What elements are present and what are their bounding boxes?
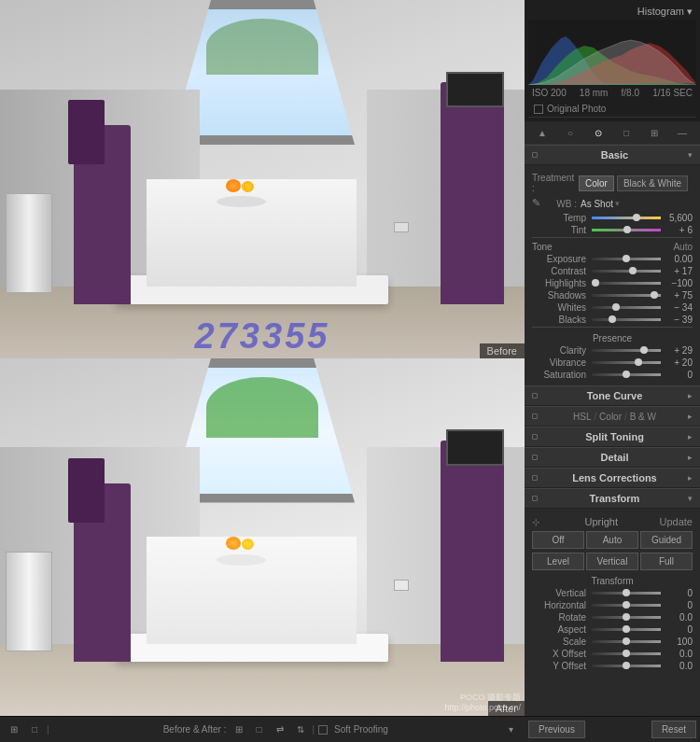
eyedropper-icon[interactable]: ✎ — [532, 197, 545, 210]
before-after-icon-1[interactable]: ⊞ — [231, 721, 247, 738]
original-photo-checkbox[interactable] — [534, 105, 543, 114]
upright-auto-btn[interactable]: Auto — [586, 531, 638, 549]
xoffset-thumb[interactable] — [623, 650, 630, 657]
tone-curve-header[interactable]: Tone Curve ▸ — [525, 385, 700, 406]
presence-header: Presence — [532, 333, 693, 343]
upright-off-btn[interactable]: Off — [532, 531, 584, 549]
yoffset-slider-row: Y Offset 0.0 — [532, 661, 693, 671]
split-toning-header[interactable]: Split Toning ▸ — [525, 427, 700, 447]
lens-corrections-header[interactable]: Lens Corrections ▸ — [525, 468, 700, 488]
before-after-icon-4[interactable]: ⇅ — [292, 721, 309, 738]
reset-btn[interactable]: Reset — [651, 721, 696, 738]
tint-slider-track[interactable] — [592, 229, 661, 231]
shadows-track[interactable] — [592, 294, 661, 297]
before-after-label: Before & After : — [163, 724, 227, 735]
upright-full-btn[interactable]: Full — [640, 553, 693, 570]
previous-btn[interactable]: Previous — [528, 721, 585, 738]
transform-header[interactable]: Transform ▾ — [525, 488, 700, 509]
yoffset-track[interactable] — [592, 665, 661, 667]
temp-slider-thumb[interactable] — [633, 214, 640, 221]
aspect-track[interactable] — [592, 628, 661, 631]
bottom-icon-1[interactable]: ⊞ — [6, 721, 22, 738]
histogram-title: Histogram ▾ — [528, 4, 696, 20]
bottom-icon-2[interactable]: □ — [26, 721, 43, 738]
tool-grid-icon[interactable]: ⊞ — [645, 125, 664, 140]
hsl-section-header[interactable]: HSL / Color / B & W ▸ — [525, 406, 700, 427]
before-after-icon-2[interactable]: □ — [251, 721, 268, 738]
saturation-label: Saturation — [532, 370, 586, 380]
upright-buttons-row1: Off Auto Guided — [532, 531, 693, 549]
wb-arrow[interactable]: ▾ — [615, 199, 620, 208]
highlights-thumb[interactable] — [592, 279, 599, 287]
exposure-thumb[interactable] — [623, 255, 630, 262]
saturation-track[interactable] — [592, 373, 661, 376]
vertical-label: Vertical — [532, 588, 586, 598]
bottom-right-icon[interactable]: ▾ — [502, 721, 519, 738]
bw-label[interactable]: B & W — [630, 412, 656, 422]
upright-guided-btn[interactable]: Guided — [640, 531, 693, 549]
bw-btn[interactable]: Black & White — [617, 175, 688, 191]
color-label[interactable]: Color — [599, 412, 622, 422]
before-after-icon-3[interactable]: ⇄ — [272, 721, 288, 738]
horizontal-thumb[interactable] — [623, 601, 630, 609]
vertical-thumb[interactable] — [623, 589, 630, 596]
aspect-value: 0 — [663, 624, 693, 635]
scale-thumb[interactable] — [623, 637, 630, 645]
rotate-thumb[interactable] — [623, 613, 630, 621]
photo-after: After POCO 摄影专题 http://photo.poco.cn/ — [0, 358, 525, 717]
upright-level-btn[interactable]: Level — [532, 553, 584, 570]
hsl-label[interactable]: HSL — [573, 412, 591, 422]
transform-dot — [532, 496, 538, 501]
highlights-track[interactable] — [592, 282, 661, 285]
scale-track[interactable] — [592, 640, 661, 643]
exposure-track[interactable] — [592, 258, 661, 260]
hsl-row-labels: HSL / Color / B & W — [541, 411, 688, 422]
aspect-thumb[interactable] — [623, 625, 630, 633]
shadows-thumb[interactable] — [651, 291, 658, 299]
saturation-thumb[interactable] — [623, 371, 630, 378]
temp-value: 5,600 — [663, 213, 693, 223]
contrast-thumb[interactable] — [629, 267, 637, 274]
vibrance-thumb[interactable] — [635, 358, 642, 366]
xoffset-label: X Offset — [532, 649, 586, 659]
xoffset-track[interactable] — [592, 652, 661, 655]
transform-arrow: ▾ — [688, 494, 693, 503]
tone-auto-btn[interactable]: Auto — [673, 242, 693, 252]
vertical-track[interactable] — [592, 592, 661, 595]
tool-circle-icon[interactable]: ○ — [561, 125, 580, 140]
split-toning-arrow: ▸ — [688, 432, 693, 441]
clarity-thumb[interactable] — [640, 346, 648, 354]
upright-vertical-btn[interactable]: Vertical — [586, 553, 638, 570]
tool-target-icon[interactable]: ⊙ — [589, 125, 608, 140]
original-photo-row: Original Photo — [528, 101, 696, 118]
basic-section-header[interactable]: Basic ▾ — [525, 145, 700, 165]
tool-minus-icon[interactable]: — — [673, 125, 692, 140]
whites-track[interactable] — [592, 306, 661, 309]
detail-header[interactable]: Detail ▸ — [525, 447, 700, 468]
split-toning-dot — [532, 434, 538, 440]
blacks-thumb[interactable] — [609, 315, 616, 323]
tool-square-icon[interactable]: □ — [617, 125, 636, 140]
whites-thumb[interactable] — [612, 303, 620, 311]
highlights-slider-row: Highlights −100 — [532, 278, 693, 288]
shadows-value: + 75 — [663, 290, 693, 301]
clarity-track[interactable] — [592, 349, 661, 352]
temp-slider-track[interactable] — [592, 217, 661, 219]
rotate-track[interactable] — [592, 616, 661, 619]
photo-container: Before 273355 — [0, 0, 525, 716]
poco-watermark: POCO 摄影专题 http://photo.poco.cn/ — [444, 693, 521, 714]
soft-proof-checkbox[interactable] — [318, 725, 328, 735]
tint-slider-thumb[interactable] — [623, 226, 631, 233]
tool-expand-icon[interactable]: ▲ — [533, 125, 552, 140]
horizontal-value: 0 — [663, 600, 693, 610]
vibrance-value: + 20 — [663, 357, 693, 368]
color-btn[interactable]: Color — [579, 175, 614, 191]
horizontal-track[interactable] — [592, 604, 661, 607]
contrast-track[interactable] — [592, 270, 661, 273]
yoffset-thumb[interactable] — [623, 662, 630, 669]
blacks-track[interactable] — [592, 318, 661, 321]
aspect-slider-row: Aspect 0 — [532, 624, 693, 635]
soft-proof-check[interactable]: Soft Proofing — [318, 724, 388, 735]
vibrance-track[interactable] — [592, 361, 661, 364]
rotate-label: Rotate — [532, 612, 586, 623]
